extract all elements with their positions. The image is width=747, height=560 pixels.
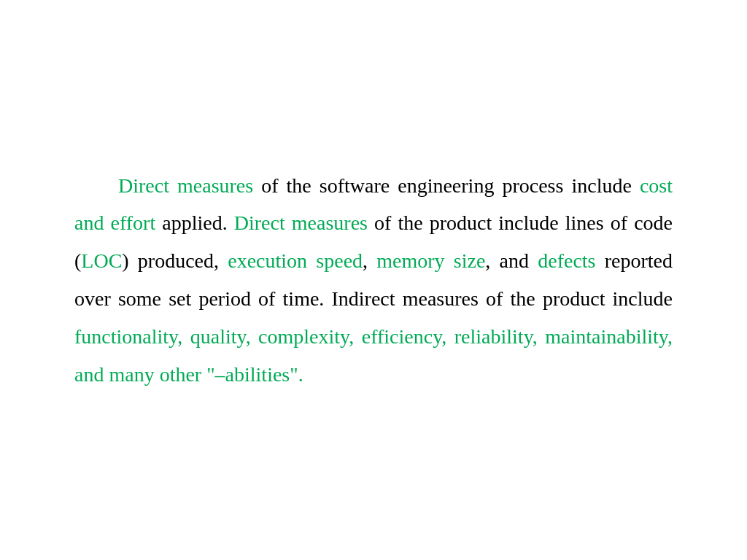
main-paragraph: Direct measures of the software engineer… <box>74 167 673 394</box>
segment-loc: LOC <box>81 249 122 272</box>
segment-comma-1: , <box>363 249 376 272</box>
segment-direct-measures-2: Direct measures <box>234 211 368 234</box>
main-content: Direct measures of the software engineer… <box>60 138 687 423</box>
segment-text-2: applied. <box>155 211 234 234</box>
segment-defects: defects <box>538 249 595 272</box>
segment-abilities: functionality, quality, complexity, effi… <box>74 325 673 386</box>
segment-text-4: ) produced, <box>122 249 228 272</box>
segment-direct-measures-1: Direct measures <box>118 174 253 197</box>
segment-text-1: of the software engineering process incl… <box>253 174 640 197</box>
segment-memory-size: memory size <box>376 249 485 272</box>
segment-execution-speed: execution speed <box>228 249 363 272</box>
segment-text-5: , and <box>485 249 538 272</box>
